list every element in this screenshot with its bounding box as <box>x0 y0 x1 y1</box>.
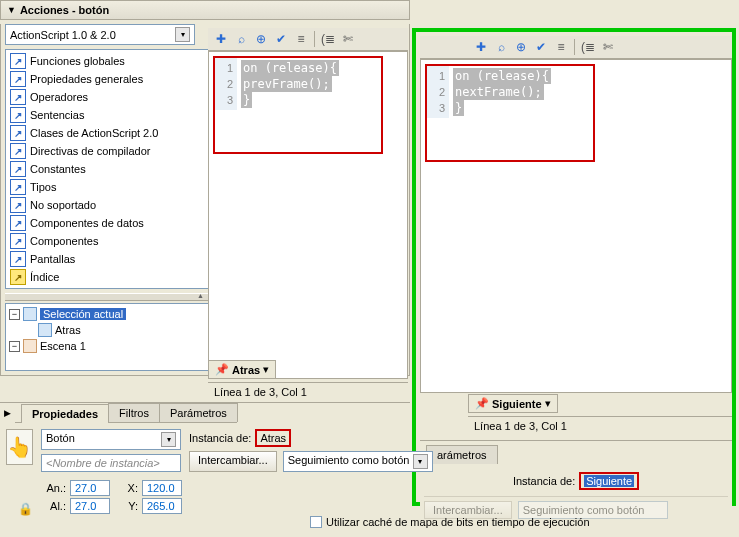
pin-icon: 📌 <box>475 397 489 410</box>
status-right: Línea 1 de 3, Col 1 <box>468 416 732 435</box>
code-editor-right[interactable]: 123 on (release){nextFrame();} <box>420 59 732 393</box>
category-icon: ↗ <box>10 143 26 159</box>
cut-icon[interactable]: ✄ <box>339 30 357 48</box>
tab-propiedades[interactable]: Propiedades <box>21 404 109 423</box>
script-tab-left[interactable]: 📌 Atras ▾ <box>208 360 276 379</box>
status-left: Línea 1 de 3, Col 1 <box>208 382 408 401</box>
tab-parametros[interactable]: Parámetros <box>159 403 238 422</box>
pin-icon: 📌 <box>215 363 229 376</box>
tab-filtros[interactable]: Filtros <box>108 403 160 422</box>
chevron-down-icon: ▾ <box>175 27 190 42</box>
category-icon: ↗ <box>10 71 26 87</box>
tree-item-label: Directivas de compilador <box>30 145 150 157</box>
track-select[interactable]: Seguimiento como botón▾ <box>283 451 433 472</box>
collapse-minus-icon[interactable]: − <box>9 309 20 320</box>
instance-label-right: Instancia de: <box>513 475 575 487</box>
panel-title: Acciones - botón <box>20 4 109 16</box>
category-icon: ↗ <box>10 161 26 177</box>
debug-icon[interactable]: (≣ <box>319 30 337 48</box>
category-icon: ↗ <box>10 251 26 267</box>
tree-item-label: Operadores <box>30 91 88 103</box>
script-tab-label: Atras <box>232 364 260 376</box>
tree-item-label: Funciones globales <box>30 55 125 67</box>
format-icon[interactable]: ≡ <box>292 30 310 48</box>
collapse-icon: ▼ <box>7 5 16 15</box>
add-icon[interactable]: ✚ <box>472 38 490 56</box>
category-icon: ↗ <box>10 89 26 105</box>
width-label: An.: <box>42 482 66 494</box>
selection-icon <box>23 307 37 321</box>
check-icon[interactable]: ✔ <box>532 38 550 56</box>
category-icon: ↗ <box>10 269 26 285</box>
scene-label[interactable]: Escena 1 <box>40 340 86 352</box>
symbol-type-select[interactable]: Botón▾ <box>41 429 181 450</box>
script-version-label: ActionScript 1.0 & 2.0 <box>10 29 116 41</box>
add-icon[interactable]: ✚ <box>212 30 230 48</box>
collapse-minus-icon[interactable]: − <box>9 341 20 352</box>
category-icon: ↗ <box>10 53 26 69</box>
category-icon: ↗ <box>10 125 26 141</box>
swap-button[interactable]: Intercambiar... <box>189 451 277 472</box>
category-icon: ↗ <box>10 233 26 249</box>
instance-name-right: Siguiente <box>579 472 639 490</box>
script-version-dropdown[interactable]: ActionScript 1.0 & 2.0 ▾ <box>5 24 195 45</box>
y-input[interactable]: 265.0 <box>142 498 182 514</box>
y-label: Y: <box>114 500 138 512</box>
check-icon[interactable]: ✔ <box>272 30 290 48</box>
tree-item-label: Pantallas <box>30 253 75 265</box>
button-symbol-icon <box>38 323 52 337</box>
find-icon[interactable]: ⌕ <box>492 38 510 56</box>
tree-item-label: Sentencias <box>30 109 84 121</box>
format-icon[interactable]: ≡ <box>552 38 570 56</box>
debug-icon[interactable]: (≣ <box>579 38 597 56</box>
tree-item-label: Clases de ActionScript 2.0 <box>30 127 158 139</box>
tree-item-label: Propiedades generales <box>30 73 143 85</box>
instance-name-left: Atras <box>255 429 291 447</box>
height-label: Al.: <box>42 500 66 512</box>
cache-label: Utilizar caché de mapa de bits en tiempo… <box>326 516 590 528</box>
props-tabs: Propiedades Filtros Parámetros <box>15 403 237 423</box>
script-tab-right[interactable]: 📌 Siguiente ▾ <box>468 394 558 413</box>
cache-checkbox[interactable] <box>310 516 322 528</box>
expand-icon[interactable]: ▶ <box>0 408 15 418</box>
tree-item-label: Componentes <box>30 235 99 247</box>
category-icon: ↗ <box>10 107 26 123</box>
scene-icon <box>23 339 37 353</box>
tree-item-label: Tipos <box>30 181 57 193</box>
script-tab-label: Siguiente <box>492 398 542 410</box>
instance-label: Instancia de: <box>189 432 251 444</box>
actions-panel-header[interactable]: ▼ Acciones - botón <box>0 0 410 20</box>
lock-icon[interactable]: 🔒 <box>18 502 33 516</box>
selection-current: Selección actual <box>40 308 126 320</box>
symbol-type-icon: 👆 <box>6 429 33 465</box>
tab-parametros-partial[interactable]: arámetros <box>426 445 498 464</box>
tree-item-label: Constantes <box>30 163 86 175</box>
tab-menu-icon[interactable]: ▾ <box>263 363 269 376</box>
tree-item-label: Componentes de datos <box>30 217 144 229</box>
x-label: X: <box>114 482 138 494</box>
editor-toolbar-left: ✚ ⌕ ⊕ ✔ ≡ (≣ ✄ <box>208 28 408 51</box>
category-icon: ↗ <box>10 197 26 213</box>
height-input[interactable]: 27.0 <box>70 498 110 514</box>
target-icon[interactable]: ⊕ <box>252 30 270 48</box>
tree-item-label: Índice <box>30 271 59 283</box>
x-input[interactable]: 120.0 <box>142 480 182 496</box>
editor-toolbar-right: ✚ ⌕ ⊕ ✔ ≡ (≣ ✄ <box>420 36 732 59</box>
code-editor-left[interactable]: 123 on (release){prevFrame();} <box>208 51 408 379</box>
category-icon: ↗ <box>10 179 26 195</box>
category-icon: ↗ <box>10 215 26 231</box>
selection-item[interactable]: Atras <box>55 324 81 336</box>
width-input[interactable]: 27.0 <box>70 480 110 496</box>
cut-icon[interactable]: ✄ <box>599 38 617 56</box>
tab-menu-icon[interactable]: ▾ <box>545 397 551 410</box>
tree-item-label: No soportado <box>30 199 96 211</box>
instance-name-input[interactable]: <Nombre de instancia> <box>41 454 181 472</box>
find-icon[interactable]: ⌕ <box>232 30 250 48</box>
target-icon[interactable]: ⊕ <box>512 38 530 56</box>
